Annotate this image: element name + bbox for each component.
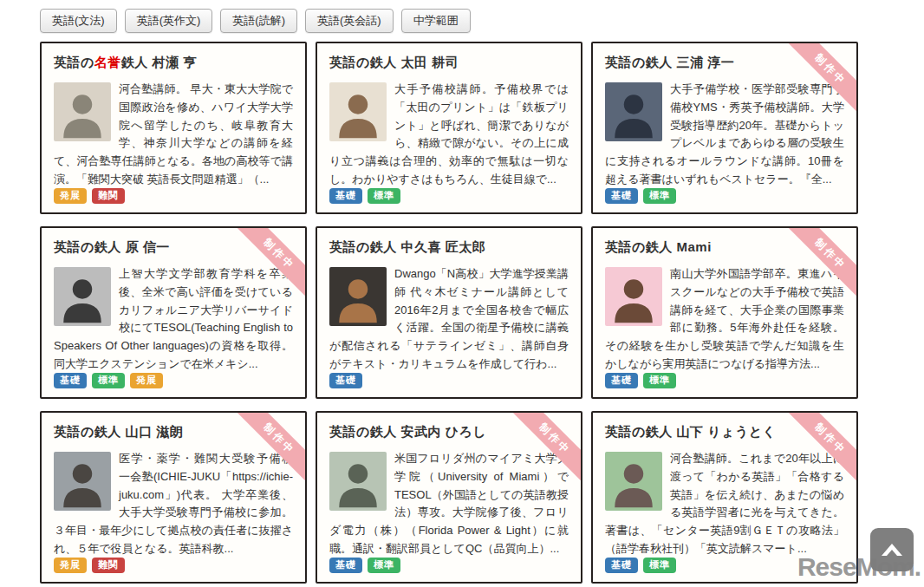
level-tag: 発展 <box>54 558 87 573</box>
teacher-card-miura[interactable]: 制作中 英語の鉄人 三浦 淳一 大手予備学校・医学部受験専門予備校YMS・秀英予… <box>591 42 858 214</box>
teacher-name: 英語の名誉鉄人 村瀬 亨 <box>54 55 293 71</box>
filter-junior-high-range[interactable]: 中学範囲 <box>401 9 471 33</box>
teacher-card-nakakuki[interactable]: 英語の鉄人 中久喜 匠太郎 Dwango「N高校」大学進学授業講師 代々木ゼミナ… <box>316 226 582 399</box>
level-tag: 基礎 <box>329 373 362 388</box>
chevron-up-icon <box>879 538 905 562</box>
filter-english-grammar[interactable]: 英語(文法) <box>40 9 117 33</box>
teacher-card-ota[interactable]: 英語の鉄人 太田 耕司 大手予備校講師。予備校界では「太田のプリント」は「鉄板プ… <box>316 42 582 214</box>
level-tag: 難関 <box>92 188 125 204</box>
level-tag: 基礎 <box>605 558 638 573</box>
level-tag: 基礎 <box>329 558 362 573</box>
teacher-photo <box>329 82 387 141</box>
level-tag: 基礎 <box>329 188 362 204</box>
scroll-to-top-button[interactable] <box>870 528 914 571</box>
teacher-card-murase[interactable]: 英語の名誉鉄人 村瀬 亨 河合塾講師。 早大・東大大学院で国際政治を修め、ハワイ… <box>40 42 307 214</box>
teacher-photo <box>605 82 662 141</box>
level-tag: 発展 <box>54 188 87 204</box>
level-tags: 発展 難関 <box>54 558 125 573</box>
level-tag: 標準 <box>643 188 676 204</box>
teacher-name: 英語の鉄人 太田 耕司 <box>329 55 569 71</box>
level-tag: 標準 <box>368 558 400 573</box>
teacher-card-abunai[interactable]: 制作中 英語の鉄人 安武内 ひろし 米国フロリダ州のマイアミ大学大学院（Univ… <box>316 411 582 584</box>
level-tag: 難関 <box>92 558 125 573</box>
level-tags: 基礎 <box>329 373 362 388</box>
teacher-card-yamashita[interactable]: 制作中 英語の鉄人 山下 りょうとく 河合塾講師。これまで20年以上に渡って「わ… <box>591 411 858 584</box>
level-tag: 標準 <box>368 188 400 204</box>
level-tag: 基礎 <box>605 188 638 204</box>
teacher-name: 英語の鉄人 山口 滋朗 <box>54 424 293 440</box>
level-tags: 基礎 標準 <box>329 558 400 573</box>
filter-english-conversation[interactable]: 英語(英会話) <box>305 9 394 33</box>
teacher-photo <box>54 82 111 141</box>
teacher-card-hara[interactable]: 制作中 英語の鉄人 原 信一 上智大学文学部教育学科を卒業後、全米で高い評価を受… <box>40 226 307 399</box>
subject-filter-bar: 英語(文法) 英語(英作文) 英語(読解) 英語(英会話) 中学範囲 <box>40 9 924 33</box>
teacher-card-mami[interactable]: 制作中 英語の鉄人 Mami 南山大学外国語学部卒。東進ハイスクールなどの大手予… <box>591 226 858 399</box>
filter-english-composition[interactable]: 英語(英作文) <box>125 9 213 33</box>
teacher-name: 英語の鉄人 三浦 淳一 <box>605 55 844 71</box>
teacher-card-yamaguchi[interactable]: 制作中 英語の鉄人 山口 滋朗 医学・薬学・難関大受験予備校 一会塾(ICHIE… <box>40 411 307 584</box>
level-tags: 基礎 標準 <box>605 558 676 573</box>
level-tag: 発展 <box>130 373 163 388</box>
level-tags: 発展 難関 <box>54 188 125 204</box>
level-tag: 標準 <box>643 558 676 573</box>
level-tag: 標準 <box>92 373 125 388</box>
teacher-photo <box>54 267 111 326</box>
level-tag: 基礎 <box>54 373 87 388</box>
teacher-photo <box>605 267 662 326</box>
teacher-card-grid: 英語の名誉鉄人 村瀬 亨 河合塾講師。 早大・東大大学院で国際政治を修め、ハワイ… <box>40 42 924 584</box>
teacher-name: 英語の鉄人 中久喜 匠太郎 <box>329 239 569 256</box>
teacher-name: 英語の鉄人 山下 りょうとく <box>605 424 844 440</box>
level-tags: 基礎 標準 <box>605 373 676 388</box>
teacher-name: 英語の鉄人 安武内 ひろし <box>329 424 569 440</box>
filter-english-reading[interactable]: 英語(読解) <box>220 9 297 33</box>
teacher-photo <box>329 267 387 326</box>
teacher-name: 英語の鉄人 Mami <box>605 239 844 256</box>
teacher-photo <box>329 452 387 511</box>
level-tags: 基礎 標準 <box>605 188 676 204</box>
level-tags: 基礎 標準 発展 <box>54 373 163 388</box>
teacher-photo <box>605 452 662 511</box>
level-tag: 基礎 <box>605 373 638 388</box>
level-tags: 基礎 標準 <box>329 188 400 204</box>
teacher-name: 英語の鉄人 原 信一 <box>54 239 293 256</box>
teacher-photo <box>54 452 111 511</box>
level-tag: 標準 <box>643 373 676 388</box>
